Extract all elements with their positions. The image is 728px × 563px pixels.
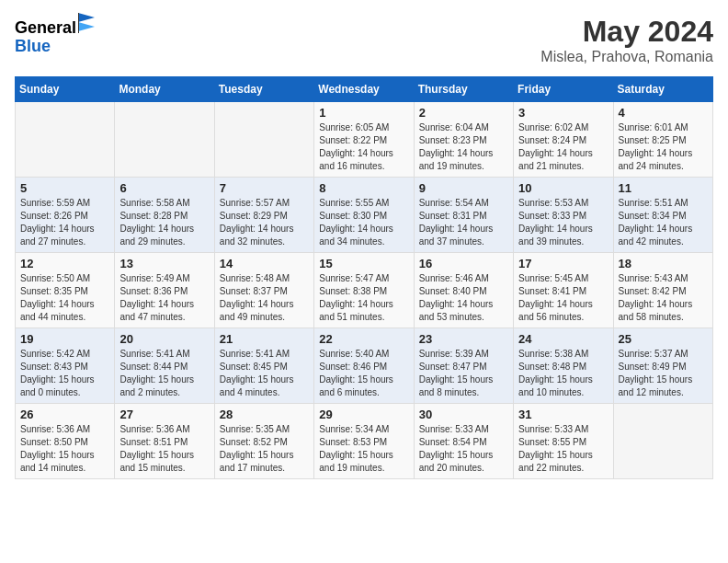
calendar-cell: 2Sunrise: 6:04 AM Sunset: 8:23 PM Daylig… (414, 102, 513, 178)
day-info: Sunrise: 5:34 AM Sunset: 8:53 PM Dayligh… (319, 423, 408, 475)
day-number: 11 (619, 181, 708, 195)
logo: General Blue (15, 15, 95, 56)
week-row-3: 12Sunrise: 5:50 AM Sunset: 8:35 PM Dayli… (16, 253, 713, 328)
calendar-cell: 27Sunrise: 5:36 AM Sunset: 8:51 PM Dayli… (115, 404, 214, 479)
day-number: 15 (319, 257, 408, 270)
logo-flag-icon (78, 13, 95, 33)
day-number: 14 (220, 257, 309, 270)
calendar-cell: 20Sunrise: 5:41 AM Sunset: 8:44 PM Dayli… (115, 328, 214, 404)
header-day-saturday: Saturday (613, 77, 712, 102)
calendar-cell: 4Sunrise: 6:01 AM Sunset: 8:25 PM Daylig… (613, 102, 712, 178)
day-info: Sunrise: 5:47 AM Sunset: 8:38 PM Dayligh… (319, 272, 408, 324)
day-number: 31 (518, 408, 608, 421)
header-day-thursday: Thursday (414, 77, 513, 102)
calendar-cell: 7Sunrise: 5:57 AM Sunset: 8:29 PM Daylig… (214, 178, 313, 253)
day-number: 22 (319, 332, 408, 346)
day-info: Sunrise: 5:36 AM Sunset: 8:50 PM Dayligh… (20, 423, 109, 475)
calendar-cell (115, 102, 214, 178)
title-block: May 2024 Mislea, Prahova, Romania (540, 15, 713, 65)
calendar-cell: 11Sunrise: 5:51 AM Sunset: 8:34 PM Dayli… (613, 178, 712, 253)
calendar-cell: 19Sunrise: 5:42 AM Sunset: 8:43 PM Dayli… (16, 328, 115, 404)
day-info: Sunrise: 5:57 AM Sunset: 8:29 PM Dayligh… (220, 197, 309, 248)
day-info: Sunrise: 5:33 AM Sunset: 8:55 PM Dayligh… (518, 423, 608, 475)
header-day-wednesday: Wednesday (314, 77, 414, 102)
day-info: Sunrise: 5:50 AM Sunset: 8:35 PM Dayligh… (20, 272, 109, 324)
day-info: Sunrise: 5:53 AM Sunset: 8:33 PM Dayligh… (518, 197, 608, 248)
calendar-cell (214, 102, 313, 178)
day-number: 21 (220, 332, 309, 346)
svg-marker-1 (78, 22, 95, 31)
calendar-cell: 23Sunrise: 5:39 AM Sunset: 8:47 PM Dayli… (414, 328, 513, 404)
calendar-cell: 25Sunrise: 5:37 AM Sunset: 8:49 PM Dayli… (613, 328, 712, 404)
day-number: 3 (518, 106, 608, 120)
calendar-cell: 13Sunrise: 5:49 AM Sunset: 8:36 PM Dayli… (115, 253, 214, 328)
day-number: 25 (619, 332, 708, 346)
calendar-cell: 28Sunrise: 5:35 AM Sunset: 8:52 PM Dayli… (214, 404, 313, 479)
day-info: Sunrise: 5:41 AM Sunset: 8:44 PM Dayligh… (119, 348, 209, 399)
day-info: Sunrise: 5:39 AM Sunset: 8:47 PM Dayligh… (419, 348, 508, 399)
day-number: 28 (220, 408, 309, 421)
calendar-body: 1Sunrise: 6:05 AM Sunset: 8:22 PM Daylig… (16, 102, 713, 479)
day-number: 13 (119, 257, 209, 270)
day-info: Sunrise: 5:59 AM Sunset: 8:26 PM Dayligh… (20, 197, 109, 248)
day-number: 16 (419, 257, 508, 270)
header-day-friday: Friday (514, 77, 613, 102)
day-number: 4 (619, 106, 708, 120)
day-info: Sunrise: 5:58 AM Sunset: 8:28 PM Dayligh… (119, 197, 209, 248)
day-info: Sunrise: 5:54 AM Sunset: 8:31 PM Dayligh… (419, 197, 508, 248)
calendar-cell: 29Sunrise: 5:34 AM Sunset: 8:53 PM Dayli… (314, 404, 414, 479)
week-row-4: 19Sunrise: 5:42 AM Sunset: 8:43 PM Dayli… (16, 328, 713, 404)
week-row-5: 26Sunrise: 5:36 AM Sunset: 8:50 PM Dayli… (16, 404, 713, 479)
day-number: 19 (20, 332, 109, 346)
day-info: Sunrise: 5:41 AM Sunset: 8:45 PM Dayligh… (220, 348, 309, 399)
day-info: Sunrise: 5:43 AM Sunset: 8:42 PM Dayligh… (619, 272, 708, 324)
day-number: 17 (518, 257, 608, 270)
calendar-cell: 12Sunrise: 5:50 AM Sunset: 8:35 PM Dayli… (16, 253, 115, 328)
calendar-cell: 10Sunrise: 5:53 AM Sunset: 8:33 PM Dayli… (514, 178, 613, 253)
day-info: Sunrise: 5:36 AM Sunset: 8:51 PM Dayligh… (119, 423, 209, 475)
month-title: May 2024 (540, 15, 713, 49)
calendar-cell: 15Sunrise: 5:47 AM Sunset: 8:38 PM Dayli… (314, 253, 414, 328)
calendar-cell: 8Sunrise: 5:55 AM Sunset: 8:30 PM Daylig… (314, 178, 414, 253)
calendar-cell: 21Sunrise: 5:41 AM Sunset: 8:45 PM Dayli… (214, 328, 313, 404)
page-header: General Blue May 2024 Mislea, Prahova, R… (15, 15, 713, 65)
calendar-cell: 30Sunrise: 5:33 AM Sunset: 8:54 PM Dayli… (414, 404, 513, 479)
day-number: 1 (319, 106, 408, 120)
calendar-cell: 14Sunrise: 5:48 AM Sunset: 8:37 PM Dayli… (214, 253, 313, 328)
header-day-tuesday: Tuesday (214, 77, 313, 102)
day-info: Sunrise: 5:33 AM Sunset: 8:54 PM Dayligh… (419, 423, 508, 475)
calendar-cell: 18Sunrise: 5:43 AM Sunset: 8:42 PM Dayli… (613, 253, 712, 328)
calendar-cell: 16Sunrise: 5:46 AM Sunset: 8:40 PM Dayli… (414, 253, 513, 328)
day-info: Sunrise: 6:01 AM Sunset: 8:25 PM Dayligh… (619, 121, 708, 173)
calendar-cell: 26Sunrise: 5:36 AM Sunset: 8:50 PM Dayli… (16, 404, 115, 479)
day-number: 8 (319, 181, 408, 195)
day-number: 6 (119, 181, 209, 195)
day-number: 23 (419, 332, 508, 346)
day-info: Sunrise: 5:51 AM Sunset: 8:34 PM Dayligh… (619, 197, 708, 248)
day-number: 5 (20, 181, 109, 195)
day-info: Sunrise: 5:45 AM Sunset: 8:41 PM Dayligh… (518, 272, 608, 324)
day-number: 27 (119, 408, 209, 421)
calendar-cell: 3Sunrise: 6:02 AM Sunset: 8:24 PM Daylig… (514, 102, 613, 178)
calendar-cell: 1Sunrise: 6:05 AM Sunset: 8:22 PM Daylig… (314, 102, 414, 178)
calendar-cell: 9Sunrise: 5:54 AM Sunset: 8:31 PM Daylig… (414, 178, 513, 253)
calendar-cell (16, 102, 115, 178)
logo-blue: Blue (15, 38, 95, 56)
day-info: Sunrise: 5:40 AM Sunset: 8:46 PM Dayligh… (319, 348, 408, 399)
day-info: Sunrise: 5:48 AM Sunset: 8:37 PM Dayligh… (220, 272, 309, 324)
location: Mislea, Prahova, Romania (540, 49, 713, 65)
logo-general: General (15, 15, 95, 38)
calendar-cell: 6Sunrise: 5:58 AM Sunset: 8:28 PM Daylig… (115, 178, 214, 253)
header-row: SundayMondayTuesdayWednesdayThursdayFrid… (16, 77, 713, 102)
day-info: Sunrise: 5:49 AM Sunset: 8:36 PM Dayligh… (119, 272, 209, 324)
day-number: 29 (319, 408, 408, 421)
calendar-cell: 22Sunrise: 5:40 AM Sunset: 8:46 PM Dayli… (314, 328, 414, 404)
day-info: Sunrise: 5:35 AM Sunset: 8:52 PM Dayligh… (220, 423, 309, 475)
calendar-cell: 17Sunrise: 5:45 AM Sunset: 8:41 PM Dayli… (514, 253, 613, 328)
calendar-cell: 24Sunrise: 5:38 AM Sunset: 8:48 PM Dayli… (514, 328, 613, 404)
day-number: 18 (619, 257, 708, 270)
day-number: 10 (518, 181, 608, 195)
day-info: Sunrise: 5:37 AM Sunset: 8:49 PM Dayligh… (619, 348, 708, 399)
day-number: 12 (20, 257, 109, 270)
calendar-cell (613, 404, 712, 479)
